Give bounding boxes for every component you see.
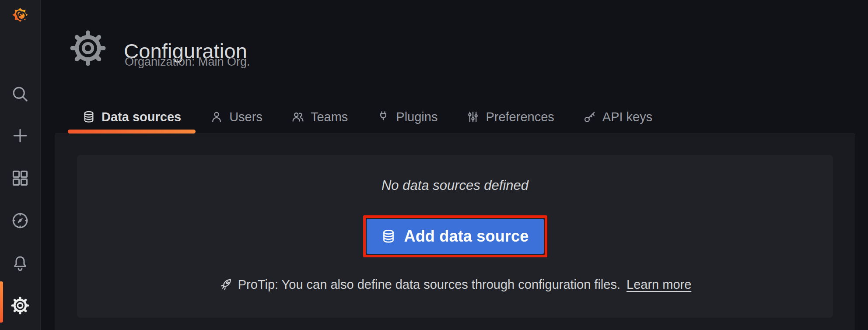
page-header: Configuration Organization: Main Org. <box>41 0 868 101</box>
grafana-logo[interactable] <box>0 4 40 26</box>
alerting-bell-icon <box>10 253 30 272</box>
tutorial-highlight-box: Add data source <box>363 215 547 257</box>
sidebar-item-dashboards[interactable] <box>0 167 40 190</box>
settings-gear-icon <box>10 296 30 315</box>
tab-teams[interactable]: Teams <box>277 104 362 130</box>
sliders-icon <box>466 110 480 123</box>
plug-icon <box>377 110 390 123</box>
protip-row: ProTip: You can also define data sources… <box>219 277 692 292</box>
dashboards-grid-icon <box>10 169 30 188</box>
user-icon <box>210 110 223 123</box>
page-subtitle: Organization: Main Org. <box>125 55 250 69</box>
add-data-source-button[interactable]: Add data source <box>367 219 544 254</box>
config-tabs: Data sources Users Teams <box>68 104 667 130</box>
tab-users[interactable]: Users <box>196 104 277 130</box>
tab-content: No data sources defined Add data source <box>55 133 854 330</box>
tab-label: Data sources <box>102 110 181 124</box>
search-icon <box>10 84 30 104</box>
tab-data-sources[interactable]: Data sources <box>68 104 196 130</box>
learn-more-link[interactable]: Learn more <box>626 277 691 292</box>
database-icon <box>381 229 396 244</box>
plus-icon <box>10 126 30 145</box>
tab-label: Plugins <box>396 110 438 124</box>
database-icon <box>82 110 95 123</box>
sidebar-item-configuration[interactable] <box>0 294 40 317</box>
sidebar-item-alerting[interactable] <box>0 251 40 274</box>
users-icon <box>291 110 304 123</box>
add-data-source-label: Add data source <box>404 227 528 246</box>
tab-preferences[interactable]: Preferences <box>452 104 568 130</box>
empty-datasources-panel: No data sources defined Add data source <box>77 155 833 318</box>
configuration-gear-icon <box>69 29 107 67</box>
rocket-icon <box>219 278 233 292</box>
tab-label: Teams <box>311 110 348 124</box>
tab-label: Preferences <box>486 110 554 124</box>
sidebar <box>0 0 41 330</box>
explore-compass-icon <box>10 211 30 230</box>
sidebar-item-explore[interactable] <box>0 209 40 232</box>
tab-label: API keys <box>602 110 652 124</box>
sidebar-item-search[interactable] <box>0 83 40 105</box>
active-section-indicator <box>0 281 3 323</box>
sidebar-item-create[interactable] <box>0 124 40 147</box>
key-icon <box>583 110 596 123</box>
tab-plugins[interactable]: Plugins <box>362 104 452 130</box>
protip-text: ProTip: You can also define data sources… <box>238 277 620 292</box>
tab-api-keys[interactable]: API keys <box>569 104 667 130</box>
empty-state-message: No data sources defined <box>382 178 528 193</box>
tab-label: Users <box>229 110 262 124</box>
